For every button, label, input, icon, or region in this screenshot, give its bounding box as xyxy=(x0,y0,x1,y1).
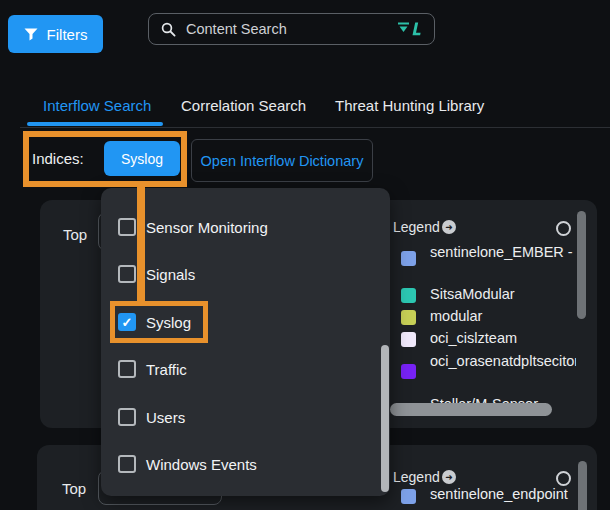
filters-button-label: Filters xyxy=(47,26,88,43)
legend-item-label[interactable]: SitsaModular xyxy=(430,286,576,302)
legend-swatch[interactable] xyxy=(401,364,416,379)
dropdown-option-syslog[interactable]: ✓ Syslog xyxy=(101,299,390,345)
legend-item-label[interactable]: sentinelone_EMBER - S xyxy=(430,244,576,260)
legend-swatch[interactable] xyxy=(401,332,416,347)
checkbox-unchecked[interactable]: ✓ xyxy=(118,265,136,283)
active-tab-underline xyxy=(27,122,163,126)
chart-horizontal-scrollbar[interactable] xyxy=(390,403,552,416)
content-search-box[interactable] xyxy=(148,13,435,45)
dropdown-option-windows-events[interactable]: ✓ Windows Events xyxy=(101,441,390,487)
checkbox-unchecked[interactable]: ✓ xyxy=(118,360,136,378)
check-icon: ✓ xyxy=(122,316,133,329)
tab-threat-hunting-library[interactable]: Threat Hunting Library xyxy=(335,97,484,114)
dropdown-option-signals[interactable]: ✓ Signals xyxy=(101,251,390,297)
tab-correlation-search[interactable]: Correlation Search xyxy=(181,97,306,114)
dropdown-option-traffic[interactable]: ✓ Traffic xyxy=(101,346,390,392)
legend-circle-icon[interactable] xyxy=(556,221,571,236)
top-n-label: Top xyxy=(63,226,87,243)
indices-label: Indices: xyxy=(32,150,84,167)
open-interflow-dictionary-button[interactable]: Open Interflow Dictionary xyxy=(191,139,373,182)
legend-move-icon[interactable]: ➜ xyxy=(442,470,456,484)
legend-move-icon[interactable]: ➜ xyxy=(442,220,456,234)
content-search-input[interactable] xyxy=(184,20,397,38)
legend-title: Legend xyxy=(393,219,440,235)
checkbox-unchecked[interactable]: ✓ xyxy=(118,455,136,473)
lucene-toggle-icon[interactable] xyxy=(397,21,422,37)
legend-item-label[interactable]: oci_orasenatdpltsecitom xyxy=(430,353,576,369)
filter-funnel-icon xyxy=(24,28,38,41)
legend-swatch[interactable] xyxy=(401,310,416,325)
interflow-search-page: Filters Interflow Search Correlation Sea… xyxy=(0,0,610,510)
tabs-divider xyxy=(20,127,610,128)
legend-swatch[interactable] xyxy=(401,288,416,303)
legend-item-label[interactable]: oci_cislzteam xyxy=(430,330,576,346)
dropdown-option-sensor-monitoring[interactable]: ✓ Sensor Monitoring xyxy=(101,204,390,250)
checkbox-checked[interactable]: ✓ xyxy=(118,313,136,331)
dropdown-option-users[interactable]: ✓ Users xyxy=(101,394,390,440)
legend-circle-icon[interactable] xyxy=(556,471,571,486)
top-n-label: Top xyxy=(62,480,86,497)
checkbox-unchecked[interactable]: ✓ xyxy=(118,408,136,426)
indices-dropdown: ✓ Sensor Monitoring ✓ Signals ✓ Syslog ✓… xyxy=(101,188,390,496)
filters-button[interactable]: Filters xyxy=(8,15,103,53)
tab-interflow-search[interactable]: Interflow Search xyxy=(43,97,151,114)
selected-index-chip[interactable]: Syslog xyxy=(104,141,180,176)
legend-swatch[interactable] xyxy=(401,489,416,504)
legend-item-label[interactable]: modular xyxy=(430,308,576,324)
legend-vertical-scrollbar[interactable] xyxy=(578,461,587,510)
checkbox-unchecked[interactable]: ✓ xyxy=(118,218,136,236)
legend-title: Legend xyxy=(393,469,440,485)
dropdown-scrollbar[interactable] xyxy=(381,345,389,492)
legend-item-label[interactable]: sentinelone_endpoint xyxy=(430,486,576,502)
search-icon xyxy=(161,22,176,37)
legend-swatch[interactable] xyxy=(401,251,416,266)
legend-vertical-scrollbar[interactable] xyxy=(577,211,586,319)
